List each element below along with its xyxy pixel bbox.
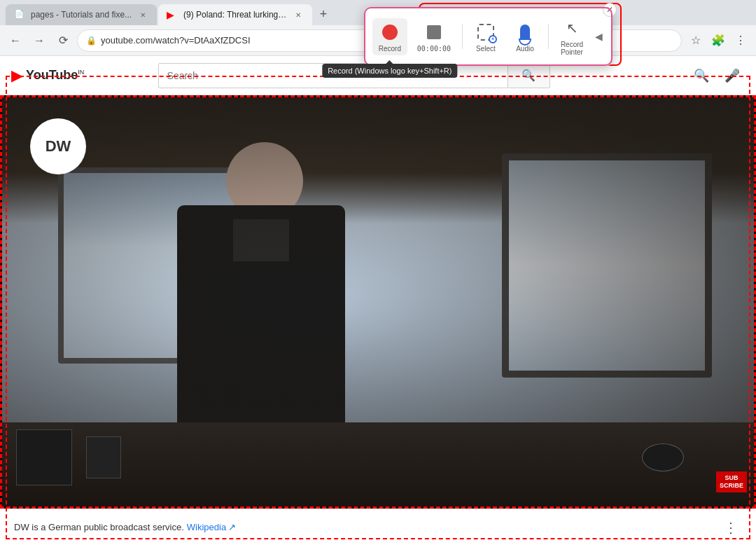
extension-icon[interactable]: 🧩 bbox=[708, 31, 728, 50]
record-pointer-label: Record Pointer bbox=[561, 41, 583, 56]
stop-button[interactable]: 00:00:00 bbox=[412, 18, 456, 55]
external-link-icon: ↗ bbox=[228, 522, 236, 532]
tab-2-favicon: ▶ bbox=[167, 9, 178, 20]
browser-frame: 📄 pages - Tutorials and fixe... ✕ ▶ (9) … bbox=[0, 0, 756, 545]
select-plus-icon: + bbox=[489, 35, 497, 43]
subscribe-text: SUBSCRIBE bbox=[720, 474, 743, 489]
bookmark-icon[interactable]: ☆ bbox=[686, 31, 706, 50]
search-icon-btn[interactable]: 🔍 bbox=[689, 63, 714, 88]
select-label: Select bbox=[476, 45, 496, 53]
record-icon-container bbox=[379, 21, 401, 43]
forward-button[interactable]: → bbox=[29, 31, 49, 50]
mic-icon-btn[interactable]: 🎤 bbox=[720, 63, 745, 88]
more-options-button[interactable]: ⋮ bbox=[720, 516, 742, 539]
lock-icon: 🔒 bbox=[86, 36, 97, 46]
record-pointer-button[interactable]: ↖ Record Pointer bbox=[554, 14, 589, 59]
video-player[interactable]: DW SUBSCRIBE bbox=[0, 95, 756, 509]
wikipedia-link-text: Wikipedia bbox=[187, 522, 226, 532]
tab-2[interactable]: ▶ (9) Poland: Threat lurking in... ✕ bbox=[158, 4, 312, 25]
tab-1[interactable]: 📄 pages - Tutorials and fixe... ✕ bbox=[6, 4, 157, 25]
microphone-icon bbox=[520, 25, 530, 40]
record-dot-icon bbox=[382, 25, 398, 40]
dw-logo: DW bbox=[30, 118, 86, 174]
reload-button[interactable]: ⟳ bbox=[53, 31, 73, 50]
cursor-icon: ↖ bbox=[566, 20, 578, 36]
recording-toolbar: ✕ Record Record (Windows logo key+Shift+… bbox=[364, 7, 612, 66]
dashboard bbox=[2, 422, 754, 506]
stop-icon-container bbox=[423, 21, 445, 43]
youtube-logo[interactable]: ▶ YouTubeIN bbox=[11, 67, 84, 85]
stop-square-icon bbox=[427, 25, 441, 39]
main-content: ▶ YouTubeIN 🔍 🔍 🎤 bbox=[0, 56, 756, 545]
tab-2-title: (9) Poland: Threat lurking in... bbox=[183, 10, 287, 20]
tab-1-close[interactable]: ✕ bbox=[137, 9, 148, 20]
tab-1-title: pages - Tutorials and fixe... bbox=[31, 10, 132, 20]
select-button[interactable]: + Select bbox=[468, 18, 503, 55]
yt-logo-badge: IN bbox=[78, 69, 84, 76]
browser-toolbar-icons: ☆ 🧩 ⋮ bbox=[686, 31, 750, 50]
video-scene: DW SUBSCRIBE bbox=[2, 97, 754, 506]
bottom-info-bar: DW is a German public broadcast service.… bbox=[0, 509, 756, 545]
more-options-icon[interactable]: ⋮ bbox=[731, 31, 750, 50]
tab-1-favicon: 📄 bbox=[14, 9, 25, 20]
record-tooltip: Record (Windows logo key+Shift+R) bbox=[322, 64, 457, 78]
select-icon-container: + bbox=[475, 21, 497, 43]
timer-label: 00:00:00 bbox=[417, 45, 451, 53]
tab-2-close[interactable]: ✕ bbox=[293, 9, 304, 20]
new-tab-button[interactable]: + bbox=[314, 4, 333, 24]
yt-right-icons: 🔍 🎤 bbox=[689, 63, 745, 88]
toolbar-divider-2 bbox=[548, 24, 549, 49]
toolbar-expand-button[interactable]: ◀ bbox=[594, 29, 604, 43]
pointer-icon-container: ↖ bbox=[561, 17, 583, 39]
audio-label: Audio bbox=[516, 45, 534, 53]
yt-play-icon: ▶ bbox=[11, 67, 23, 85]
subscribe-badge[interactable]: SUBSCRIBE bbox=[716, 471, 747, 492]
audio-button[interactable]: Audio bbox=[507, 18, 542, 55]
wikipedia-link[interactable]: Wikipedia ↗ bbox=[187, 522, 236, 532]
record-label: Record bbox=[379, 45, 401, 53]
select-area-icon: + bbox=[477, 24, 494, 41]
video-container: DW SUBSCRIBE bbox=[0, 95, 756, 509]
dw-description-text: DW is a German public broadcast service. bbox=[14, 522, 184, 532]
back-button[interactable]: ← bbox=[6, 31, 25, 50]
search-button[interactable]: 🔍 bbox=[508, 63, 550, 88]
record-button[interactable]: Record Record (Windows logo key+Shift+R) bbox=[372, 18, 407, 55]
audio-icon-container bbox=[514, 21, 536, 43]
yt-logo-text: YouTubeIN bbox=[26, 68, 84, 83]
recording-toolbar-close[interactable]: ✕ bbox=[603, 3, 617, 17]
toolbar-divider-1 bbox=[462, 24, 463, 49]
